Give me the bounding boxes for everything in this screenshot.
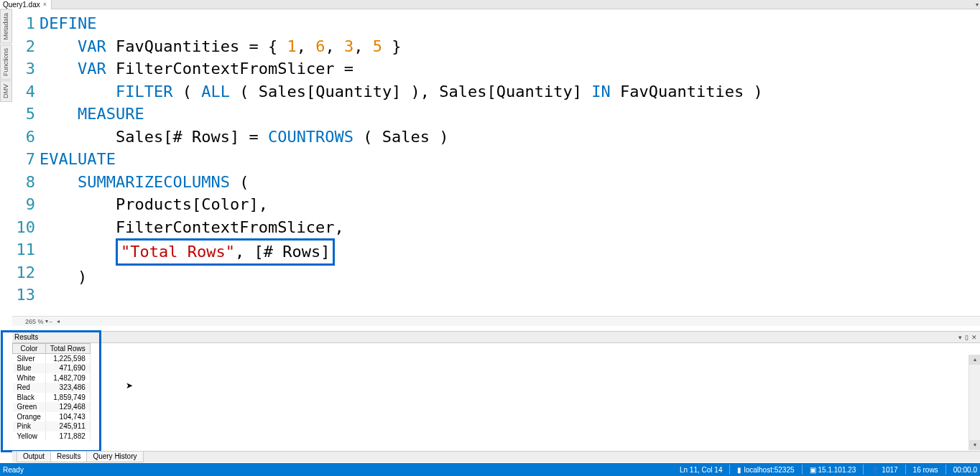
zoom-level[interactable]: 265 % <box>25 318 44 325</box>
dropdown-icon[interactable]: ▾ <box>958 334 962 341</box>
table-row[interactable]: Silver1,225,598 <box>13 354 91 364</box>
column-header[interactable]: Total Rows <box>45 344 90 354</box>
table-row[interactable]: Orange104,743 <box>13 412 91 422</box>
table-row[interactable]: Blue471,690 <box>13 363 91 373</box>
table-row[interactable]: Black1,859,749 <box>13 393 91 403</box>
user-icon: 👤 <box>871 466 879 474</box>
code-highlight-box: "Total Rows", [# Rows] <box>116 238 335 266</box>
close-panel-icon[interactable]: ✕ <box>971 334 977 341</box>
status-bar: Ready Ln 11, Col 14 ▮ localhost:52325 ▣ … <box>0 463 980 476</box>
scroll-down-icon[interactable]: ▾ <box>969 440 980 450</box>
code-content[interactable]: DEFINE VAR FavQuantities = { 1, 6, 3, 5 … <box>40 9 980 314</box>
results-header: Results ▾ ▯ ✕ <box>12 332 980 343</box>
code-editor[interactable]: 12345678910111213 DEFINE VAR FavQuantiti… <box>12 9 980 314</box>
resize-grip-icon[interactable]: ▾ <box>976 1 979 8</box>
document-tabs: Query1.dax × ▾ <box>0 0 980 9</box>
sidetab-metadata[interactable]: Metadata <box>0 9 12 44</box>
close-icon[interactable]: × <box>43 1 47 8</box>
results-grid-wrap: ColorTotal RowsSilver1,225,598Blue471,69… <box>12 343 980 450</box>
results-title: Results <box>14 333 38 341</box>
status-users: 👤 1017 <box>871 466 897 474</box>
server-icon: ▮ <box>737 466 741 474</box>
status-rowcount: 16 rows <box>913 466 938 474</box>
editor-zoom-bar: 265 % ▾ – ◂ <box>12 316 980 326</box>
tab-query-history[interactable]: Query History <box>86 452 143 462</box>
table-row[interactable]: Red323,486 <box>13 383 91 393</box>
table-row[interactable]: Green129,468 <box>13 402 91 412</box>
scroll-up-icon[interactable]: ▴ <box>969 355 980 365</box>
tab-query1[interactable]: Query1.dax × <box>0 0 52 9</box>
status-ready: Ready <box>3 466 24 474</box>
tab-results[interactable]: Results <box>50 452 87 462</box>
cube-icon: ▣ <box>810 466 816 474</box>
status-host: ▮ localhost:52325 <box>737 466 794 474</box>
results-grid[interactable]: ColorTotal RowsSilver1,225,598Blue471,69… <box>12 343 91 441</box>
table-row[interactable]: Pink245,911 <box>13 421 91 431</box>
side-pane-tabs: Metadata Functions DMV <box>0 9 12 103</box>
table-row[interactable]: Yellow171,882 <box>13 431 91 442</box>
zoom-dropdown-icon[interactable]: ▾ <box>45 318 48 325</box>
vertical-scrollbar[interactable]: ▴ ▾ <box>969 355 980 450</box>
table-row[interactable]: White1,482,709 <box>13 373 91 383</box>
pin-icon[interactable]: ▯ <box>965 334 969 341</box>
tab-title: Query1.dax <box>3 1 40 9</box>
bottom-tabs: Output Results Query History <box>12 451 980 462</box>
column-header[interactable]: Color <box>13 344 46 354</box>
sidetab-dmv[interactable]: DMV <box>0 80 12 102</box>
scroll-left-icon[interactable]: ◂ <box>57 318 60 325</box>
results-panel: Results ▾ ▯ ✕ ColorTotal RowsSilver1,225… <box>12 331 980 449</box>
status-cursor-pos: Ln 11, Col 14 <box>680 466 723 474</box>
line-gutter: 12345678910111213 <box>12 9 40 314</box>
zoom-dash: – <box>50 318 52 325</box>
tab-output[interactable]: Output <box>17 452 51 462</box>
status-time: 00:00.0 <box>953 466 977 474</box>
status-version: ▣ 15.1.101.23 <box>810 466 856 474</box>
sidetab-functions[interactable]: Functions <box>0 45 12 80</box>
